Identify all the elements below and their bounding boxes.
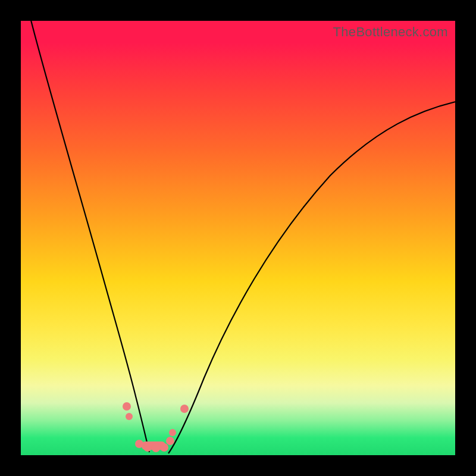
right-curve	[168, 101, 458, 453]
watermark-text: TheBottleneck.com	[333, 24, 448, 40]
marker-point	[166, 437, 174, 445]
marker-point	[123, 402, 131, 411]
marker-point	[135, 440, 143, 448]
curves-layer	[21, 21, 455, 455]
marker-point	[160, 443, 168, 452]
marker-point	[180, 405, 189, 413]
left-curve	[30, 18, 149, 452]
marker-point	[169, 429, 176, 436]
marker-point	[152, 444, 160, 452]
marker-point	[143, 443, 152, 452]
marker-point	[126, 413, 133, 420]
plot-area: TheBottleneck.com	[21, 21, 455, 455]
chart-frame: TheBottleneck.com	[0, 0, 476, 476]
